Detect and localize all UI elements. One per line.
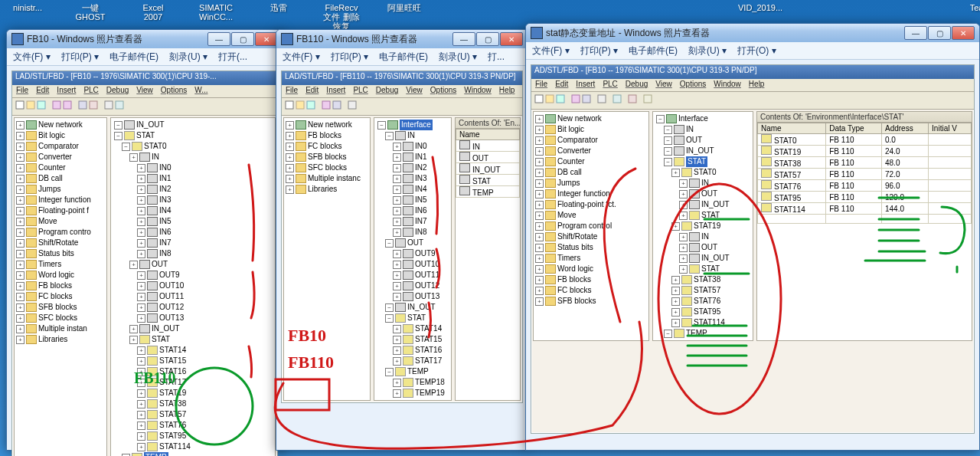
tree-node[interactable]: +OUT11 [113,291,273,302]
expand-icon[interactable]: + [679,212,688,220]
expand-icon[interactable]: + [535,136,544,145]
expand-icon[interactable]: + [16,239,24,248]
tree-node[interactable]: +STAT76 [655,296,751,307]
catalog-node[interactable]: +Counter [535,156,647,167]
editor-menu-item[interactable]: Debug [376,86,398,97]
table-row[interactable]: OUT [456,152,520,163]
tree-node[interactable]: +OUT [655,242,751,253]
catalog-node[interactable]: +Move [535,210,647,221]
catalog-node[interactable]: +Timers [535,253,647,264]
expand-icon[interactable]: − [377,121,386,130]
catalog-node[interactable]: +SFB blocks [286,152,368,162]
expand-icon[interactable]: + [137,250,145,258]
tree-node[interactable]: −IN [655,124,751,135]
catalog-node[interactable]: +DB call [16,173,105,184]
catalog-node[interactable]: +Jumps [16,184,105,195]
tree-node[interactable]: +IN6 [376,205,449,216]
tree-node[interactable]: +IN7 [113,238,273,248]
col-header[interactable]: Name [758,123,826,134]
editor-menu-item[interactable]: Options [161,86,187,97]
expand-icon[interactable]: + [129,261,138,269]
expand-icon[interactable]: + [16,218,24,226]
editor-menu-item[interactable]: File [16,86,28,97]
catalog-pane[interactable]: +New network+FB blocks+FC blocks+SFB blo… [283,117,371,401]
expand-icon[interactable]: + [16,250,24,258]
expand-icon[interactable]: + [137,239,145,248]
tree-node[interactable]: +IN_OUT [655,199,751,210]
tree-node[interactable]: +STAT19 [113,388,273,399]
expand-icon[interactable]: + [137,303,145,312]
catalog-node[interactable]: +SFB blocks [535,296,647,307]
expand-icon[interactable]: + [535,276,544,284]
tree-node[interactable]: +STAT16 [113,366,273,377]
catalog-node[interactable]: +FC blocks [286,141,368,152]
tree-node[interactable]: +OUT10 [376,259,449,270]
window-fb10[interactable]: FB10 - Windows 照片查看器 — ▢ ✕ 文件(F) ▾打印(P) … [6,29,283,451]
editor-menu-item[interactable]: View [136,86,153,97]
tree-node[interactable]: +IN8 [113,248,273,259]
tree-node[interactable]: +OUT11 [376,270,449,280]
editor-menu-item[interactable]: View [655,80,672,90]
minimize-button[interactable]: — [452,32,475,46]
expand-icon[interactable]: + [16,175,24,183]
catalog-node[interactable]: +Multiple instan [16,323,105,334]
tree-node[interactable]: +IN [655,178,751,189]
catalog-node[interactable]: +Integer function [535,189,647,199]
expand-icon[interactable]: + [137,282,145,290]
menu-item[interactable]: 刻录(U) ▾ [688,44,727,57]
menu-item[interactable]: 打印(P) ▾ [331,51,368,64]
expand-icon[interactable]: + [535,158,544,166]
editor-menu-item[interactable]: Edit [36,86,49,97]
tree-node[interactable]: +STAT114 [655,317,751,328]
editor-menu-item[interactable]: Debug [106,86,129,97]
catalog-node[interactable]: +New network [286,120,368,130]
expand-icon[interactable]: + [137,314,145,323]
expand-icon[interactable]: + [137,357,145,366]
editor-menu-item[interactable]: Debug [626,80,648,90]
expand-icon[interactable]: + [671,276,680,284]
expand-icon[interactable]: + [393,250,401,258]
expand-icon[interactable]: + [137,175,145,183]
tree-node[interactable]: +OUT [655,189,751,199]
expand-icon[interactable]: + [535,222,544,231]
maximize-button[interactable]: ▢ [231,32,254,46]
photo-viewer-menu[interactable]: 文件(F) ▾打印(P) ▾电子邮件(E)刻录(U) ▾打... [276,48,528,66]
tree-node[interactable]: +STAT17 [113,377,273,388]
catalog-node[interactable]: +Counter [16,162,105,173]
expand-icon[interactable]: + [137,368,145,376]
tree-node[interactable]: +TEMP19 [376,388,449,399]
expand-icon[interactable]: + [137,196,145,205]
close-button[interactable]: ✕ [255,32,278,46]
editor-menu-item[interactable]: Options [680,80,706,90]
tree-node[interactable]: +STAT38 [655,274,751,285]
tree-node[interactable]: +STAT [113,334,273,345]
maximize-button[interactable]: ▢ [476,32,499,46]
tree-node[interactable]: +STAT14 [376,323,449,334]
expand-icon[interactable]: + [137,228,145,237]
expand-icon[interactable]: + [679,190,688,198]
table-row[interactable]: STAT19FB 11024.0 [758,146,972,157]
tree-node[interactable]: +OUT9 [376,248,449,259]
maximize-button[interactable]: ▢ [928,26,951,40]
menu-item[interactable]: 刻录(U) ▾ [169,51,207,64]
expand-icon[interactable]: + [393,271,401,280]
tree-node[interactable]: +STAT15 [113,356,273,366]
contents-pane[interactable]: Contents Of: 'Environment\Interface\STAT… [756,111,972,341]
menu-item[interactable]: 打开(O) ▾ [737,44,776,57]
stat-table[interactable]: NameData TypeAddressInitial VSTAT0FB 110… [757,123,972,224]
editor-toolbar[interactable] [12,98,277,116]
expand-icon[interactable]: + [286,121,294,130]
tree-node[interactable]: −TEMP [113,452,273,456]
expand-icon[interactable]: + [16,132,24,140]
tree-node[interactable]: +OUT [113,259,273,270]
tree-node[interactable]: −Interface [655,113,751,124]
expand-icon[interactable]: + [286,175,294,183]
expand-icon[interactable]: + [535,169,544,177]
expand-icon[interactable]: + [535,244,544,252]
expand-icon[interactable]: + [393,389,401,398]
catalog-node[interactable]: +Shift/Rotate [535,231,647,242]
tree-node[interactable]: +OUT9 [113,270,273,280]
contents-pane[interactable]: Contents Of: 'En... Name INOUTIN_OUTSTAT… [455,117,521,401]
expand-icon[interactable]: − [656,115,665,123]
editor-menu-item[interactable]: Insert [576,80,595,90]
